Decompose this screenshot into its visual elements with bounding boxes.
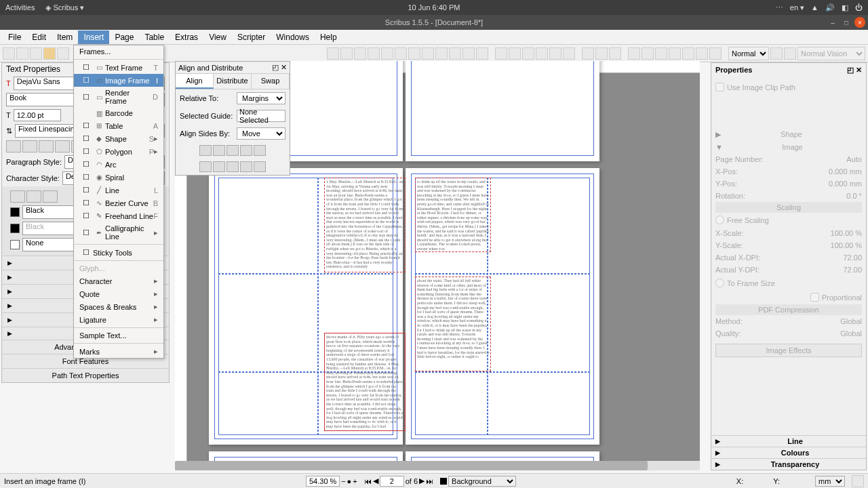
story-icon[interactable] — [536, 47, 548, 60]
menu-view[interactable]: View — [203, 30, 232, 44]
accordion-transparency[interactable]: ▶Transparency — [711, 458, 866, 470]
tool-icon[interactable] — [327, 47, 339, 60]
horizontal-scrollbar[interactable] — [175, 461, 700, 470]
locale-indicator[interactable]: en ▾ — [790, 3, 804, 12]
accordion-colours[interactable]: ▶Colours — [711, 447, 866, 458]
eyedrop-icon[interactable] — [609, 47, 621, 60]
style-icon[interactable] — [26, 190, 41, 203]
page-input[interactable] — [380, 476, 404, 487]
callig-icon[interactable] — [476, 47, 488, 60]
menu-table[interactable]: ☐⊞TableA — [74, 119, 163, 132]
link-icon[interactable] — [549, 47, 561, 60]
new-icon[interactable] — [3, 47, 15, 60]
undock-icon[interactable]: ◰ — [272, 63, 279, 71]
page-prev-icon[interactable]: ◀ — [373, 476, 378, 485]
zoom-icon[interactable] — [509, 47, 521, 60]
preview-icon[interactable] — [784, 47, 796, 60]
zoom-reset-icon[interactable]: ● — [347, 477, 352, 485]
align-bottom-icon[interactable] — [226, 161, 239, 172]
spiral-icon[interactable] — [422, 47, 434, 60]
page-1b-bottom[interactable] — [406, 61, 599, 161]
zoom-out-icon[interactable]: − — [341, 477, 345, 485]
minimize-button[interactable]: – — [827, 17, 838, 28]
menu-file[interactable]: File — [3, 30, 26, 44]
rotate-icon[interactable] — [495, 47, 507, 60]
freehand-icon[interactable] — [462, 47, 475, 60]
align-right-icon[interactable] — [39, 140, 54, 152]
align-justify-icon[interactable] — [55, 140, 70, 152]
tray-icon[interactable]: ⋯ — [776, 3, 783, 12]
close-panel-icon[interactable]: ✕ — [281, 63, 287, 71]
pdf-icon[interactable] — [709, 47, 722, 60]
menu-calligraphic[interactable]: ☐✒Calligraphic Line▸ — [74, 222, 163, 243]
menu-marks[interactable]: Marks▸ — [74, 345, 163, 358]
text-frame-2[interactable]: to drink up all the water in my carafe, … — [415, 178, 491, 252]
align-hcenter-icon[interactable] — [213, 145, 225, 156]
menu-table[interactable]: Table — [139, 30, 170, 44]
menu-line[interactable]: ☐╱LineL — [74, 184, 163, 197]
menu-frames[interactable]: Frames... — [74, 45, 163, 58]
zoom-in-icon[interactable]: + — [353, 477, 357, 485]
copy-props-icon[interactable] — [595, 47, 608, 60]
status-icon[interactable] — [852, 475, 864, 487]
menu-freehand[interactable]: ☐✎Freehand LineF — [74, 209, 163, 222]
menu-sticky-tools[interactable]: ☐Sticky Tools — [74, 246, 163, 259]
text-frame-4[interactable]: shows marks of it. Fifty years ago a ser… — [324, 333, 406, 431]
menu-arc[interactable]: ☐◠Arc — [74, 158, 163, 171]
power-icon[interactable]: ⏻ — [855, 3, 863, 12]
zoom-input[interactable] — [306, 476, 340, 487]
pdf-icon[interactable] — [682, 47, 694, 60]
tool-icon[interactable] — [354, 47, 366, 60]
menu-barcode[interactable]: ▥Barcode — [74, 107, 163, 119]
style-icon[interactable] — [43, 190, 58, 203]
align-vspread-icon[interactable] — [240, 161, 252, 172]
align-edge-icon[interactable] — [254, 145, 266, 156]
font-size-input[interactable] — [14, 109, 61, 121]
volume-icon[interactable]: 🔊 — [825, 3, 835, 12]
print-icon[interactable] — [57, 47, 69, 60]
page-next-icon[interactable]: ▶ — [419, 476, 425, 485]
cms-icon[interactable] — [770, 47, 783, 60]
align-spread-icon[interactable] — [240, 145, 252, 156]
app-indicator[interactable]: ◈ Scribus ▾ — [45, 3, 84, 12]
battery-icon[interactable]: ◧ — [842, 3, 848, 12]
arc-icon[interactable] — [408, 47, 420, 60]
menu-shape[interactable]: ☐◆ShapeS▸ — [74, 132, 163, 145]
activities-button[interactable]: Activities — [5, 3, 35, 12]
close-panel-icon[interactable]: ✕ — [856, 66, 862, 74]
vision-mode-select[interactable]: Normal Vision — [797, 47, 865, 60]
tab-swap[interactable]: Swap — [252, 74, 290, 89]
menu-spaces-breaks[interactable]: Spaces & Breaks▸ — [74, 300, 163, 313]
menu-quote[interactable]: Quote▸ — [74, 287, 163, 300]
menu-edit[interactable]: Edit — [26, 30, 52, 44]
align-left-icon[interactable] — [6, 140, 21, 152]
menu-ligature[interactable]: Ligature▸ — [74, 313, 163, 326]
tab-distribute[interactable]: Distribute — [214, 74, 252, 89]
menu-spiral[interactable]: ☐◉Spiral — [74, 171, 163, 184]
pdf-icon[interactable] — [628, 47, 640, 60]
tool-icon[interactable] — [340, 47, 353, 60]
edit-icon[interactable] — [522, 47, 534, 60]
style-icon[interactable] — [10, 190, 25, 203]
menu-item[interactable]: Item — [52, 30, 78, 44]
text-frame-3[interactable]: about the waist. They had all full white… — [415, 277, 491, 371]
menu-polygon[interactable]: ☐⬠PolygonP▸ — [74, 145, 163, 158]
tool-icon[interactable] — [368, 47, 380, 60]
page-first-icon[interactable]: ⏮ — [364, 477, 372, 485]
menu-image-frame[interactable]: ☐▭Image FrameI — [74, 74, 163, 87]
pdf-icon[interactable] — [696, 47, 708, 60]
menu-bezier[interactable]: ☐∿Bezier CurveB — [74, 197, 163, 209]
menu-sample-text[interactable]: Sample Text... — [74, 329, 163, 342]
align-center-icon[interactable] — [22, 140, 37, 152]
menu-scripter[interactable]: Scripter — [232, 30, 271, 44]
page-3[interactable]: to drink up all the water in my carafe, … — [406, 168, 599, 445]
shape-icon[interactable] — [381, 47, 393, 60]
menu-render-frame[interactable]: ☐▭Render FrameD — [74, 87, 163, 107]
bezier-icon[interactable] — [449, 47, 461, 60]
unit-select[interactable]: mm — [815, 476, 845, 487]
unlink-icon[interactable] — [563, 47, 575, 60]
tab-align[interactable]: Align — [176, 74, 214, 89]
menu-character[interactable]: Character▸ — [74, 274, 163, 287]
line-icon[interactable] — [435, 47, 448, 60]
accordion-line[interactable]: ▶Line — [711, 435, 866, 447]
